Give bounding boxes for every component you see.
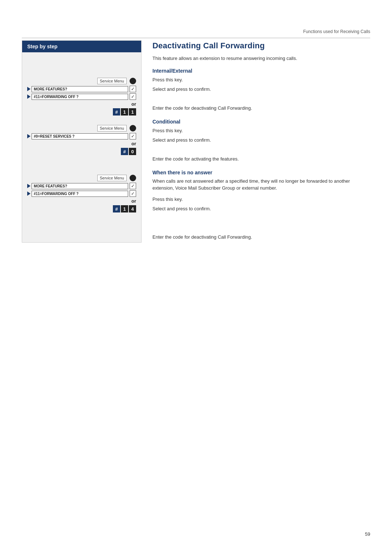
service-menu-label-3: Service Menu: [97, 175, 127, 181]
section-title-conditional: Conditional: [152, 119, 370, 125]
circle-button-2[interactable]: [130, 125, 136, 131]
code-char-1-2: 1: [129, 108, 136, 116]
left-content: Service Menu MORE FEATURES? ✓ #11=FORWAR…: [22, 52, 141, 219]
instruction-select-2: Select and press to confirm.: [152, 137, 211, 144]
circle-button-1[interactable]: [130, 78, 136, 84]
right-panel: Deactivating Call Forwarding This featur…: [142, 40, 370, 243]
instruction-code-2: Enter the code for activating the featur…: [152, 155, 239, 163]
code-char-hash-2: #: [121, 148, 128, 155]
instruction-press-1: Press this key.: [152, 76, 183, 84]
menu-item-more-features-1: MORE FEATURES? ✓: [27, 86, 136, 92]
play-icon-2: [27, 94, 30, 99]
code-box-2: # 0: [121, 148, 136, 155]
check-box-4[interactable]: ✓: [130, 183, 136, 189]
left-internal-external: Service Menu MORE FEATURES? ✓ #11=FORWAR…: [27, 78, 136, 116]
spacer-sm-1: [27, 171, 136, 175]
code-char-3-1: 1: [121, 205, 128, 212]
menu-item-more-features-2: MORE FEATURES? ✓: [27, 183, 136, 189]
play-icon-3: [27, 134, 30, 138]
check-box-2[interactable]: ✓: [130, 93, 136, 100]
play-icon-5: [27, 191, 30, 196]
instruction-code-1: Enter the code for deactivating Call For…: [152, 105, 252, 112]
service-menu-row-2: Service Menu: [27, 125, 136, 131]
menu-item-box-2[interactable]: #11=FORWARDING OFF ?: [32, 94, 128, 100]
left-panel: Step by step Service Menu: [22, 40, 142, 243]
top-rule-area: Functions used for Receiving Calls: [22, 29, 370, 38]
menu-item-forwarding-off-1: #11=FORWARDING OFF ? ✓: [27, 93, 136, 100]
or-row-3: or: [27, 198, 136, 204]
code-char-2-1: 0: [129, 148, 136, 155]
play-icon-4: [27, 184, 30, 188]
menu-item-box-1[interactable]: MORE FEATURES?: [32, 86, 128, 92]
main-title: Deactivating Call Forwarding: [152, 41, 370, 50]
code-char-hash-1: #: [113, 108, 120, 116]
service-menu-label-1: Service Menu: [97, 78, 127, 84]
check-box-5[interactable]: ✓: [130, 190, 136, 197]
instruction-press-2: Press this key.: [152, 127, 183, 134]
code-char-hash-3: #: [113, 205, 120, 212]
menu-item-reset-1: #0=RESET SERVICES ? ✓: [27, 133, 136, 139]
check-box-1[interactable]: ✓: [130, 86, 136, 92]
page-container: Functions used for Receiving Calls Step …: [0, 0, 392, 555]
code-row-3: # 1 4: [27, 205, 136, 212]
or-row-1: or: [27, 101, 136, 107]
menu-item-forwarding-off-2: #11=FORWARDING OFF ? ✓: [27, 190, 136, 197]
intro-text: This feature allows an extension to resu…: [152, 55, 370, 62]
code-row-1: # 1 1: [27, 108, 136, 116]
code-row-2: # 0: [27, 148, 136, 155]
step-by-step-header: Step by step: [22, 41, 141, 52]
service-menu-row-1: Service Menu: [27, 78, 136, 84]
spacer-2: [27, 158, 136, 165]
section-title-internal: Internal/External: [152, 68, 370, 74]
header-rule: [22, 38, 370, 38]
left-conditional: Service Menu #0=RESET SERVICES ? ✓ or: [27, 125, 136, 155]
left-when-no-answer: Service Menu MORE FEATURES? ✓ #11=FORWAR…: [27, 175, 136, 212]
header-caption: Functions used for Receiving Calls: [22, 29, 370, 34]
section-title-no-answer: When there is no answer: [152, 170, 370, 175]
right-section-no-answer: When there is no answer When calls are n…: [152, 170, 370, 243]
service-menu-label-2: Service Menu: [97, 125, 127, 131]
code-box-3: # 1 4: [113, 205, 136, 212]
check-box-3[interactable]: ✓: [130, 133, 136, 139]
code-char-1-1: 1: [121, 108, 128, 116]
spacer-3: [27, 165, 136, 171]
code-box-1: # 1 1: [113, 108, 136, 116]
spacer-1: [27, 118, 136, 125]
no-answer-description: When calls are not answered after a spec…: [152, 178, 370, 192]
service-menu-row-3: Service Menu: [27, 175, 136, 181]
content-wrapper: Step by step Service Menu: [22, 40, 370, 243]
menu-item-box-5[interactable]: #11=FORWARDING OFF ?: [32, 191, 128, 197]
right-section-internal: Internal/External Press this key. Select…: [152, 68, 370, 114]
instruction-select-3: Select and press to confirm.: [152, 205, 211, 212]
page-number: 59: [365, 531, 370, 537]
circle-button-3[interactable]: [130, 175, 136, 181]
play-icon-1: [27, 87, 30, 91]
menu-item-box-3[interactable]: #0=RESET SERVICES ?: [32, 133, 128, 139]
menu-item-box-4[interactable]: MORE FEATURES?: [32, 183, 128, 189]
code-char-3-2: 4: [129, 205, 136, 212]
instruction-press-3: Press this key.: [152, 196, 183, 203]
right-section-conditional: Conditional Press this key. Select and p…: [152, 119, 370, 165]
instruction-code-3: Enter the code for deactivating Call For…: [152, 234, 252, 241]
or-row-2: or: [27, 141, 136, 146]
instruction-select-1: Select and press to confirm.: [152, 86, 211, 93]
